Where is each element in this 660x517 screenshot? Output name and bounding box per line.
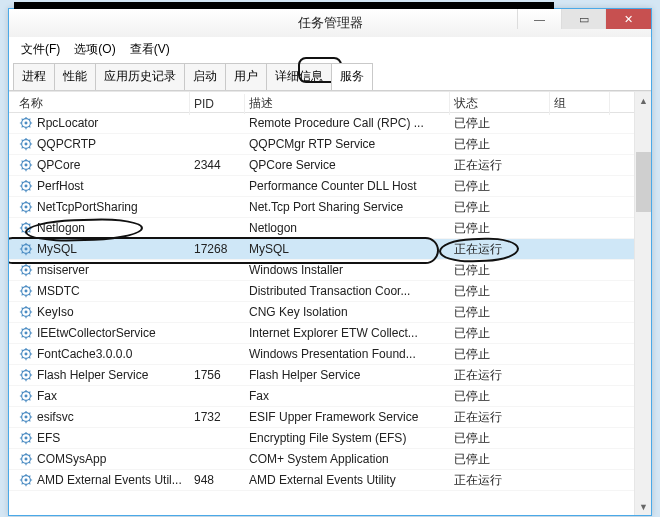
service-desc: Windows Presentation Found... — [245, 347, 450, 361]
col-group[interactable]: 组 — [550, 92, 610, 115]
service-pid: 17268 — [190, 242, 245, 256]
service-gear-icon — [19, 200, 33, 214]
service-pid: 1732 — [190, 410, 245, 424]
service-gear-icon — [19, 368, 33, 382]
service-gear-icon — [19, 305, 33, 319]
service-gear-icon — [19, 410, 33, 424]
table-row[interactable]: COMSysAppCOM+ System Application已停止 — [9, 449, 651, 470]
service-name: QPCore — [37, 158, 80, 172]
service-status: 已停止 — [450, 262, 550, 279]
table-row[interactable]: esifsvc1732ESIF Upper Framework Service正… — [9, 407, 651, 428]
service-status: 已停止 — [450, 283, 550, 300]
service-status: 已停止 — [450, 325, 550, 342]
svg-point-35 — [25, 479, 28, 482]
service-status: 已停止 — [450, 220, 550, 237]
service-name: Fax — [37, 389, 57, 403]
service-desc: Encrypting File System (EFS) — [245, 431, 450, 445]
scroll-thumb[interactable] — [636, 152, 651, 212]
service-gear-icon — [19, 179, 33, 193]
tab-performance[interactable]: 性能 — [54, 63, 96, 90]
service-name: MSDTC — [37, 284, 80, 298]
service-gear-icon — [19, 158, 33, 172]
menu-options[interactable]: 选项(O) — [68, 39, 121, 60]
svg-point-7 — [25, 185, 28, 188]
service-name: IEEtwCollectorService — [37, 326, 156, 340]
svg-point-33 — [25, 458, 28, 461]
svg-point-31 — [25, 437, 28, 440]
service-desc: Flash Helper Service — [245, 368, 450, 382]
table-row[interactable]: QQPCRTPQQPCMgr RTP Service已停止 — [9, 134, 651, 155]
tab-details[interactable]: 详细信息 — [266, 63, 332, 90]
service-status: 已停止 — [450, 304, 550, 321]
table-row[interactable]: PerfHostPerformance Counter DLL Host已停止 — [9, 176, 651, 197]
service-desc: Fax — [245, 389, 450, 403]
service-desc: Internet Explorer ETW Collect... — [245, 326, 450, 340]
maximize-button[interactable]: ▭ — [561, 9, 605, 29]
col-status[interactable]: 状态 — [450, 92, 550, 115]
service-gear-icon — [19, 242, 33, 256]
menu-file[interactable]: 文件(F) — [15, 39, 66, 60]
service-name: msiserver — [37, 263, 89, 277]
table-row[interactable]: msiserverWindows Installer已停止 — [9, 260, 651, 281]
service-desc: Performance Counter DLL Host — [245, 179, 450, 193]
tab-startup[interactable]: 启动 — [184, 63, 226, 90]
window-buttons: — ▭ ✕ — [517, 9, 651, 29]
table-header[interactable]: 名称 PID 描述 状态 组 — [9, 92, 651, 113]
col-name[interactable]: 名称 — [15, 92, 190, 115]
tab-services[interactable]: 服务 — [331, 63, 373, 90]
service-name: QQPCRTP — [37, 137, 96, 151]
scroll-down-button[interactable]: ▼ — [635, 498, 651, 515]
service-status: 正在运行 — [450, 157, 550, 174]
table-row[interactable]: FaxFax已停止 — [9, 386, 651, 407]
service-name: RpcLocator — [37, 116, 98, 130]
svg-point-17 — [25, 290, 28, 293]
table-row[interactable]: MySQL17268MySQL正在运行 — [9, 239, 651, 260]
service-name: KeyIso — [37, 305, 74, 319]
service-desc: CNG Key Isolation — [245, 305, 450, 319]
col-pid[interactable]: PID — [190, 94, 245, 114]
table-row[interactable]: RpcLocatorRemote Procedure Call (RPC) ..… — [9, 113, 651, 134]
service-desc: QPCore Service — [245, 158, 450, 172]
service-status: 正在运行 — [450, 241, 550, 258]
service-desc: Remote Procedure Call (RPC) ... — [245, 116, 450, 130]
service-status: 正在运行 — [450, 367, 550, 384]
table-row[interactable]: NetTcpPortSharingNet.Tcp Port Sharing Se… — [9, 197, 651, 218]
service-desc: Windows Installer — [245, 263, 450, 277]
table-row[interactable]: IEEtwCollectorServiceInternet Explorer E… — [9, 323, 651, 344]
service-pid: 1756 — [190, 368, 245, 382]
table-row[interactable]: NetlogonNetlogon已停止 — [9, 218, 651, 239]
scrollbar[interactable]: ▲ ▼ — [634, 92, 651, 515]
service-pid: 948 — [190, 473, 245, 487]
table-row[interactable]: KeyIsoCNG Key Isolation已停止 — [9, 302, 651, 323]
service-desc: AMD External Events Utility — [245, 473, 450, 487]
service-gear-icon — [19, 431, 33, 445]
minimize-button[interactable]: — — [517, 9, 561, 29]
service-name: MySQL — [37, 242, 77, 256]
service-gear-icon — [19, 326, 33, 340]
service-name: COMSysApp — [37, 452, 106, 466]
svg-point-5 — [25, 164, 28, 167]
service-status: 已停止 — [450, 136, 550, 153]
close-button[interactable]: ✕ — [605, 9, 651, 29]
titlebar[interactable]: 任务管理器 — ▭ ✕ — [9, 9, 651, 37]
col-desc[interactable]: 描述 — [245, 92, 450, 115]
table-body: RpcLocatorRemote Procedure Call (RPC) ..… — [9, 113, 651, 513]
table-row[interactable]: QPCore2344QPCore Service正在运行 — [9, 155, 651, 176]
service-status: 已停止 — [450, 430, 550, 447]
svg-point-23 — [25, 353, 28, 356]
tabs: 进程 性能 应用历史记录 启动 用户 详细信息 服务 — [9, 61, 651, 91]
svg-point-15 — [25, 269, 28, 272]
table-row[interactable]: MSDTCDistributed Transaction Coor...已停止 — [9, 281, 651, 302]
table-row[interactable]: Flash Helper Service1756Flash Helper Ser… — [9, 365, 651, 386]
tab-app-history[interactable]: 应用历史记录 — [95, 63, 185, 90]
service-gear-icon — [19, 116, 33, 130]
table-row[interactable]: FontCache3.0.0.0Windows Presentation Fou… — [9, 344, 651, 365]
window-title: 任务管理器 — [298, 14, 363, 32]
service-gear-icon — [19, 389, 33, 403]
table-row[interactable]: AMD External Events Util...948AMD Extern… — [9, 470, 651, 491]
tab-users[interactable]: 用户 — [225, 63, 267, 90]
table-row[interactable]: EFSEncrypting File System (EFS)已停止 — [9, 428, 651, 449]
tab-processes[interactable]: 进程 — [13, 63, 55, 90]
menu-view[interactable]: 查看(V) — [124, 39, 176, 60]
scroll-up-button[interactable]: ▲ — [635, 92, 651, 109]
